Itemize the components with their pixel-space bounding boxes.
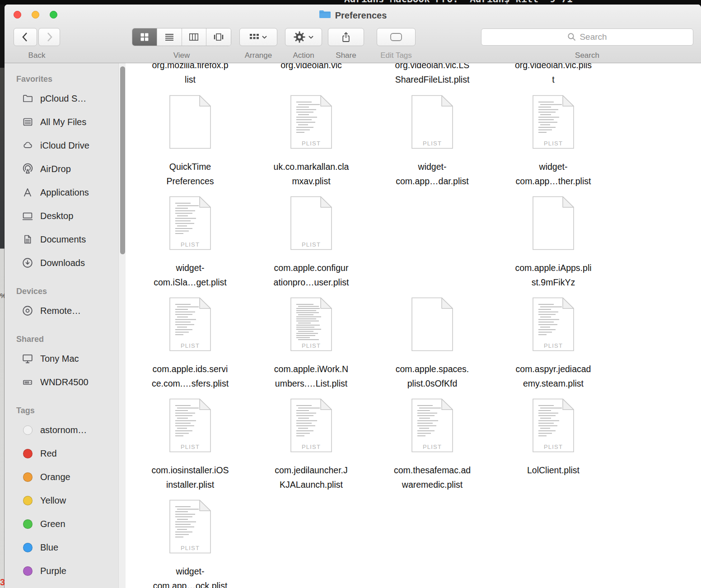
desktop-edge-strip: % 3 xyxy=(0,5,5,588)
remote-disc-icon xyxy=(21,304,34,317)
sidebar-item-orange[interactable]: Orange xyxy=(5,465,118,489)
share-icon xyxy=(341,32,350,42)
sidebar-item-astornom[interactable]: astornom… xyxy=(5,418,118,442)
sidebar-item-label: Tony Mac xyxy=(40,354,79,364)
sidebar-item-downloads[interactable]: Downloads xyxy=(5,251,118,275)
sidebar-item-desktop[interactable]: Desktop xyxy=(5,204,118,228)
sidebar-item-label: Red xyxy=(40,448,57,459)
all-my-files-icon xyxy=(21,115,34,129)
tag-icon xyxy=(21,494,34,507)
sidebar-item-label: astornom… xyxy=(40,425,87,435)
svg-text:PLIST: PLIST xyxy=(544,443,563,450)
folder-icon xyxy=(319,9,331,21)
sidebar-item-label: AirDrop xyxy=(40,164,71,174)
sidebar-item-airdrop[interactable]: AirDrop xyxy=(5,157,118,181)
svg-text:PLIST: PLIST xyxy=(181,545,200,551)
file-name: LolClient.plist xyxy=(499,463,608,477)
tag-icon xyxy=(21,447,34,460)
sidebar-item-label: pCloud S… xyxy=(40,93,86,104)
sidebar-item-label: WNDR4500 xyxy=(40,377,89,387)
router-icon xyxy=(21,375,34,389)
sidebar-section-tags: Tagsastornom…RedOrangeYellowGreenBluePur… xyxy=(5,403,118,583)
sidebar-item-yellow[interactable]: Yellow xyxy=(5,489,118,512)
back-label: Back xyxy=(14,51,60,60)
share-button[interactable] xyxy=(328,28,364,46)
chevron-left-icon xyxy=(21,32,29,42)
file-name: widget-com.app…ock.plist xyxy=(136,564,244,588)
sidebar-item-applications[interactable]: Applications xyxy=(5,181,118,204)
edge-percent-text: % xyxy=(0,292,5,299)
arrange-button[interactable] xyxy=(239,28,277,46)
sidebar-scrollbar-track xyxy=(118,63,126,588)
coverflow-view-icon xyxy=(214,33,224,41)
sidebar-item-documents[interactable]: Documents xyxy=(5,228,118,251)
sidebar-item-label: Blue xyxy=(40,542,58,553)
plist-file-icon: PLIST xyxy=(168,499,212,554)
chevron-down-icon xyxy=(262,36,267,39)
sidebar-section-devices: DevicesRemote… xyxy=(5,284,118,322)
view-segmented-control xyxy=(132,28,231,46)
plist-file-icon: PLIST xyxy=(290,398,333,453)
icon-view-button[interactable] xyxy=(132,28,157,46)
svg-text:PLIST: PLIST xyxy=(302,443,321,450)
airdrop-icon xyxy=(21,162,34,176)
sidebar-section-favorites: FavoritespCloud S…All My FilesiCloud Dri… xyxy=(5,71,118,275)
sidebar-sections: FavoritespCloud S…All My FilesiCloud Dri… xyxy=(5,71,118,583)
cloud-icon xyxy=(21,139,34,152)
screen: Adrians-MacBook-Pro:~ Adrian$ kill -9 71… xyxy=(0,0,701,588)
edit-tags-icon xyxy=(390,33,402,41)
sidebar-item-green[interactable]: Green xyxy=(5,512,118,536)
sidebar: FavoritespCloud S…All My FilesiCloud Dri… xyxy=(5,63,118,588)
tag-icon xyxy=(21,470,34,484)
tag-icon xyxy=(21,541,34,554)
action-button[interactable] xyxy=(285,28,322,46)
sidebar-item-blue[interactable]: Blue xyxy=(5,536,118,559)
sidebar-section-title: Devices xyxy=(5,284,118,299)
sidebar-item-label: Green xyxy=(40,519,65,529)
forward-button[interactable] xyxy=(38,28,60,46)
documents-icon xyxy=(21,233,34,246)
back-button[interactable] xyxy=(14,28,37,46)
sidebar-item-red[interactable]: Red xyxy=(5,442,118,465)
column-view-button[interactable] xyxy=(182,28,207,46)
column-view-icon xyxy=(189,33,198,41)
coverflow-view-button[interactable] xyxy=(206,28,231,46)
toolbar: Preferences Back xyxy=(5,5,701,63)
edit-tags-button[interactable] xyxy=(377,28,416,46)
sidebar-item-wndr4500[interactable]: WNDR4500 xyxy=(5,370,118,394)
search-input[interactable]: Search xyxy=(481,28,693,46)
file-item[interactable]: PLISTwidget-com.app…ock.plist xyxy=(136,63,244,588)
sidebar-item-tony-mac[interactable]: Tony Mac xyxy=(5,347,118,370)
sidebar-scrollbar-thumb[interactable] xyxy=(120,66,125,254)
sidebar-section-title: Shared xyxy=(5,331,118,347)
list-view-icon xyxy=(165,33,173,41)
sidebar-section-title: Tags xyxy=(5,403,118,418)
edge-badge-text: 3 xyxy=(0,577,5,588)
file-browser-content: org.mozilla.firefox.plistorg.videolan.vl… xyxy=(126,63,701,588)
sidebar-item-label: Yellow xyxy=(40,495,66,506)
sidebar-section-title: Favorites xyxy=(5,71,118,87)
arrange-icon xyxy=(250,34,259,40)
svg-text:PLIST: PLIST xyxy=(423,443,442,450)
terminal-command-text: Adrians-MacBook-Pro:~ Adrian$ kill -9 71 xyxy=(344,0,573,5)
sidebar-item-pcloud-s[interactable]: pCloud S… xyxy=(5,87,118,110)
file-item[interactable]: PLISTcom.jedilauncher.JKJALaunch.plist xyxy=(257,63,365,588)
file-item[interactable]: PLISTcom.thesafemac.adwaremedic.plist xyxy=(378,63,486,588)
sidebar-item-label: Desktop xyxy=(40,211,73,221)
sidebar-item-label: Orange xyxy=(40,472,70,482)
search-placeholder: Search xyxy=(579,32,607,42)
sidebar-item-all-my-files[interactable]: All My Files xyxy=(5,110,118,134)
file-item[interactable]: PLISTLolClient.plist xyxy=(499,63,608,588)
edit-tags-label: Edit Tags xyxy=(377,51,416,60)
list-view-button[interactable] xyxy=(157,28,182,46)
sidebar-item-remote[interactable]: Remote… xyxy=(5,299,118,322)
downloads-icon xyxy=(21,256,34,270)
share-label: Share xyxy=(328,51,364,60)
sidebar-item-purple[interactable]: Purple xyxy=(5,559,118,583)
applications-icon xyxy=(21,186,34,199)
file-name: com.jedilauncher.JKJALaunch.plist xyxy=(257,463,365,492)
gear-icon xyxy=(294,31,305,43)
chevron-down-icon xyxy=(308,36,313,39)
folder-icon xyxy=(21,92,34,105)
sidebar-item-icloud-drive[interactable]: iCloud Drive xyxy=(5,134,118,157)
